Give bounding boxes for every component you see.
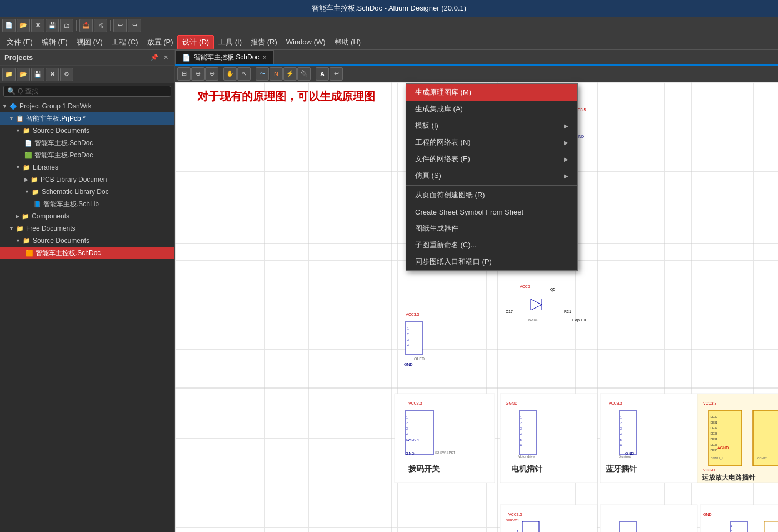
svg-text:5: 5 — [520, 438, 522, 441]
expand-arrow: ▼ — [2, 103, 7, 109]
svg-text:VCC3.5: VCC3.5 — [572, 108, 586, 112]
svg-rect-123 — [764, 521, 778, 532]
save-all-btn[interactable]: 🗂 — [60, 19, 73, 32]
tree-source-docs-2[interactable]: ▼ 📁 Source Documents — [0, 235, 174, 247]
svg-text:GND: GND — [483, 117, 491, 121]
menu-report[interactable]: 报告 (R) — [246, 36, 282, 49]
schematic-canvas[interactable]: 对于现有的原理图，可以生成原理图 — [175, 82, 778, 532]
svg-text:OLED: OLED — [414, 357, 425, 361]
svg-text:运放放大电路插针: 运放放大电路插针 — [702, 474, 756, 481]
svg-text:VCC4: VCC4 — [428, 108, 438, 112]
svg-text:VCC3.3: VCC3.3 — [703, 401, 717, 405]
menu-design[interactable]: 设计 (D) — [177, 35, 214, 49]
svg-text:2: 2 — [620, 421, 622, 425]
tree-free-schdoc[interactable]: 🟧 智能车主控板.SchDoc — [0, 247, 174, 259]
sep1 — [76, 20, 77, 31]
power-btn[interactable]: ⚡ — [283, 67, 297, 81]
search-icon: 🔍 — [7, 87, 16, 95]
svg-rect-71 — [620, 410, 636, 455]
doc-tab-icon: 📄 — [182, 54, 191, 62]
svg-text:NR/FB: NR/FB — [483, 111, 495, 115]
undo-btn[interactable]: ↩ — [113, 19, 127, 32]
svg-text:4: 4 — [407, 344, 409, 347]
expand-arrow: ▼ — [24, 189, 29, 195]
expand-arrow: ▼ — [16, 165, 21, 170]
svg-text:2: 2 — [407, 332, 409, 336]
svg-text:VCC3.3: VCC3.3 — [406, 312, 420, 316]
tree-schlib-folder[interactable]: ▼ 📁 Schematic Library Doc — [0, 186, 174, 198]
svg-text:4.7uF: 4.7uF — [447, 112, 457, 116]
menu-help[interactable]: 帮助 (H) — [330, 36, 366, 49]
menu-project[interactable]: 工程 (C) — [107, 36, 143, 49]
save-project-btn[interactable]: 💾 — [31, 68, 44, 81]
svg-text:IDE30: IDE30 — [710, 415, 717, 419]
svg-text:5: 5 — [620, 438, 622, 441]
open-project-btn[interactable]: 📂 — [17, 68, 30, 81]
select-btn[interactable]: ↖ — [237, 67, 251, 81]
text-btn[interactable]: A — [316, 67, 329, 81]
open-btn[interactable]: 📂 — [17, 19, 30, 32]
new-btn[interactable]: 📄 — [2, 19, 16, 32]
menu-tools[interactable]: 工具 (I) — [214, 36, 246, 49]
svg-text:VIN VOUT: VIN VOUT — [483, 106, 502, 110]
source-docs-1-label: Source Documents — [33, 127, 89, 135]
tree-source-docs-1[interactable]: ▼ 📁 Source Documents — [0, 125, 174, 137]
sep2 — [110, 20, 111, 31]
search-input[interactable] — [18, 87, 167, 95]
new-project-btn[interactable]: 📁 — [2, 68, 16, 81]
menu-file[interactable]: 文件 (E) — [2, 36, 37, 49]
tree-freedocs[interactable]: ▼ 📁 Free Documents — [0, 222, 174, 235]
menu-place[interactable]: 放置 (P) — [143, 36, 178, 49]
svg-text:CON12: CON12 — [757, 456, 767, 460]
tree-main-project[interactable]: ▼ 📋 智能车主板.PrjPcb * — [0, 112, 174, 125]
schematic-svg: VIN VOUT NR/FB GND 1M3819 4.7uF 4.7uF VC… — [175, 82, 778, 532]
tree-libraries[interactable]: ▼ 📁 Libraries — [0, 161, 174, 173]
menu-view[interactable]: 视图 (V) — [72, 36, 107, 49]
project-tree: ▼ 🔷 Project Group 1.DsnWrk ▼ 📋 智能车主板.Prj… — [0, 99, 174, 532]
tree-pcblib[interactable]: ▶ 📁 PCB Library Documen — [0, 173, 174, 186]
menu-window[interactable]: Window (W) — [282, 36, 330, 48]
pan-btn[interactable]: ✋ — [223, 67, 237, 81]
svg-text:GND: GND — [406, 451, 415, 455]
tree-pcbdoc[interactable]: 🟩 智能车主板.PcbDoc — [0, 149, 174, 161]
sidebar-title: Projects — [4, 53, 33, 62]
doc-tab-label: 智能车主控板.SchDoc — [194, 53, 259, 62]
freedocs-label: Free Documents — [26, 225, 76, 232]
save-btn[interactable]: 💾 — [46, 19, 59, 32]
close-project-btn[interactable]: ✖ — [46, 68, 59, 81]
pin-icon[interactable]: 📌 — [150, 53, 159, 62]
zoom-out-btn[interactable]: ⊖ — [205, 67, 218, 81]
wire-btn[interactable]: 〜 — [256, 67, 269, 81]
tree-schlib[interactable]: 📘 智能车主板.SchLib — [0, 198, 174, 210]
svg-text:VCC3.3: VCC3.3 — [408, 401, 422, 405]
doc-tab-active[interactable]: 📄 智能车主控板.SchDoc ✕ — [175, 50, 274, 64]
tree-schdoc[interactable]: 📄 智能车主板.SchDoc — [0, 137, 174, 149]
tree-project-group[interactable]: ▼ 🔷 Project Group 1.DsnWrk — [0, 100, 174, 112]
project-group-icon: 🔷 — [9, 103, 17, 110]
svg-text:3: 3 — [620, 427, 622, 430]
settings-btn[interactable]: ⚙ — [60, 68, 73, 81]
print-btn[interactable]: 🖨 — [94, 19, 107, 32]
tree-components[interactable]: ▶ 📁 Components — [0, 210, 174, 222]
svg-text:4: 4 — [406, 432, 408, 436]
svg-text:VCC3.3: VCC3.3 — [609, 401, 622, 405]
svg-text:Q5: Q5 — [550, 287, 555, 292]
zoom-fit-btn[interactable]: ⊞ — [177, 67, 191, 81]
window-title: 智能车主控板.SchDoc - Altium Designer (20.0.1) — [312, 3, 466, 13]
undo-btn2[interactable]: ↩ — [330, 67, 343, 81]
svg-text:1: 1 — [520, 416, 522, 419]
close-btn[interactable]: ✖ — [31, 19, 44, 32]
zoom-in-btn[interactable]: ⊕ — [191, 67, 205, 81]
net-btn[interactable]: N — [270, 67, 283, 81]
sidebar-header-icons: 📌 ✕ — [150, 53, 170, 62]
close-sidebar-icon[interactable]: ✕ — [161, 53, 170, 62]
menu-edit[interactable]: 编辑 (E) — [37, 36, 72, 49]
folder-icon: 📁 — [32, 188, 39, 196]
import-btn[interactable]: 📥 — [79, 19, 93, 32]
close-tab-icon[interactable]: ✕ — [262, 54, 267, 61]
comp-btn[interactable]: 🔌 — [297, 67, 311, 81]
schematic-grid: 对于现有的原理图，可以生成原理图 — [175, 82, 778, 532]
redo-btn[interactable]: ↪ — [128, 19, 141, 32]
expand-arrow: ▼ — [9, 116, 14, 121]
pcbdoc-label: 智能车主板.PcbDoc — [34, 151, 93, 160]
